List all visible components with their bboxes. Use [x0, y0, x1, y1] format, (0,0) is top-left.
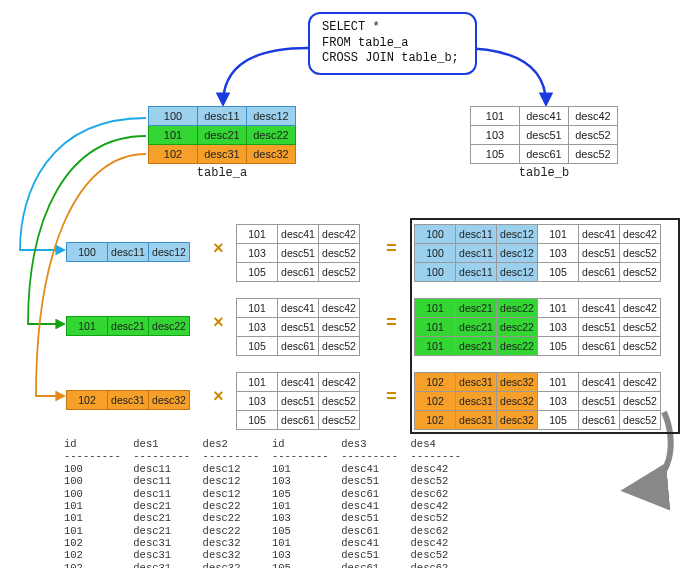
- table-a-name: table_a: [148, 166, 296, 180]
- result-group-1: 101desc21desc22101desc41desc42 101desc21…: [414, 298, 661, 356]
- equals-icon: =: [386, 387, 397, 407]
- sql-line3: CROSS JOIN table_b;: [322, 51, 459, 65]
- single-row-2: 102desc31desc32: [66, 390, 190, 410]
- times-icon: ×: [213, 239, 224, 259]
- table-row: 102desc31desc32103desc51desc52: [415, 392, 661, 411]
- table-row: 100desc11desc12: [67, 243, 190, 262]
- sql-query-box: SELECT * FROM table_a CROSS JOIN table_b…: [308, 12, 477, 75]
- table-row: 103desc51desc52: [471, 126, 618, 145]
- table-row: 105desc61desc52: [237, 411, 360, 430]
- cross-b-copy-1: 101desc41desc42 103desc51desc52 105desc6…: [236, 298, 360, 356]
- table-row: 101desc41desc42: [471, 107, 618, 126]
- table-row: 105desc61desc52: [237, 263, 360, 282]
- sql-line1: SELECT *: [322, 20, 380, 34]
- table-row: 102desc31desc32101desc41desc42: [415, 373, 661, 392]
- table-b: 101desc41desc42 103desc51desc52 105desc6…: [470, 106, 618, 164]
- table-row: 101desc41desc42: [237, 225, 360, 244]
- table-row: 101desc21desc22103desc51desc52: [415, 318, 661, 337]
- table-a-block: 100desc11desc12 101desc21desc22 102desc3…: [148, 106, 296, 180]
- arrow-row2: [36, 154, 146, 396]
- equals-icon: =: [386, 239, 397, 259]
- table-row: 100desc11desc12101desc41desc42: [415, 225, 661, 244]
- table-row: 100desc11desc12: [149, 107, 296, 126]
- table-row: 101desc21desc22101desc41desc42: [415, 299, 661, 318]
- single-row-1: 101desc21desc22: [66, 316, 190, 336]
- table-row: 103desc51desc52: [237, 318, 360, 337]
- table-row: 101desc21desc22: [67, 317, 190, 336]
- table-row: 105desc61desc52: [237, 337, 360, 356]
- table-row: 102desc31desc32: [67, 391, 190, 410]
- table-b-name: table_b: [470, 166, 618, 180]
- table-a: 100desc11desc12 101desc21desc22 102desc3…: [148, 106, 296, 164]
- result-group-2: 102desc31desc32101desc41desc42 102desc31…: [414, 372, 661, 430]
- final-output-listing: id des1 des2 id des3 des4 --------- ----…: [64, 438, 461, 568]
- times-icon: ×: [213, 387, 224, 407]
- table-row: 101desc41desc42: [237, 299, 360, 318]
- table-row: 102desc31desc32105desc61desc52: [415, 411, 661, 430]
- table-row: 103desc51desc52: [237, 392, 360, 411]
- table-row: 101desc21desc22105desc61desc52: [415, 337, 661, 356]
- table-row: 100desc11desc12103desc51desc52: [415, 244, 661, 263]
- table-row: 101desc21desc22: [149, 126, 296, 145]
- table-row: 101desc41desc42: [237, 373, 360, 392]
- equals-icon: =: [386, 313, 397, 333]
- table-row: 105desc61desc52: [471, 145, 618, 164]
- table-row: 103desc51desc52: [237, 244, 360, 263]
- single-row-0: 100desc11desc12: [66, 242, 190, 262]
- result-group-0: 100desc11desc12101desc41desc42 100desc11…: [414, 224, 661, 282]
- sql-line2: FROM table_a: [322, 36, 408, 50]
- times-icon: ×: [213, 313, 224, 333]
- cross-b-copy-0: 101desc41desc42 103desc51desc52 105desc6…: [236, 224, 360, 282]
- table-row: 100desc11desc12105desc61desc52: [415, 263, 661, 282]
- table-b-block: 101desc41desc42 103desc51desc52 105desc6…: [470, 106, 618, 180]
- arrow-sql-to-table-a: [223, 48, 308, 104]
- table-row: 102desc31desc32: [149, 145, 296, 164]
- cross-b-copy-2: 101desc41desc42 103desc51desc52 105desc6…: [236, 372, 360, 430]
